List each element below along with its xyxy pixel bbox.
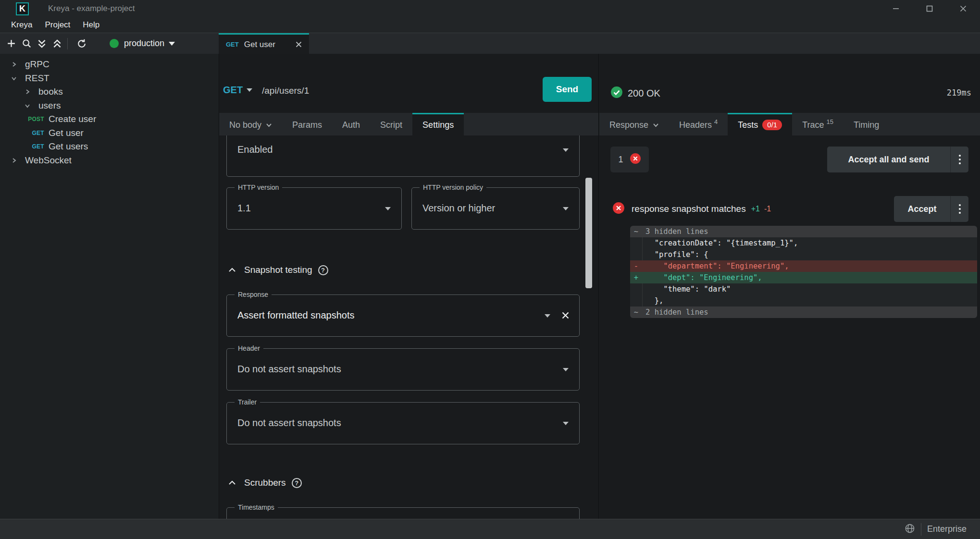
- search-icon[interactable]: [21, 38, 32, 49]
- timestamps-field[interactable]: Timestamps: [226, 507, 580, 519]
- diff-code-text: },: [643, 295, 663, 306]
- kebab-menu-icon[interactable]: [950, 147, 968, 172]
- maximize-icon[interactable]: [913, 0, 946, 17]
- tree-item-get-user[interactable]: GETGet user: [0, 126, 219, 140]
- diff-code-text: "profile": {: [643, 249, 708, 260]
- fail-x-icon: [630, 153, 641, 166]
- tab-label: No body: [229, 120, 261, 130]
- collapse-all-icon[interactable]: [36, 38, 48, 49]
- header-snapshot-field[interactable]: Header Do not assert snapshots: [226, 348, 580, 391]
- clear-icon[interactable]: [561, 311, 570, 319]
- diff-line-context: "creationDate": "{timestamp_1}",: [630, 237, 977, 249]
- minimize-icon[interactable]: [879, 0, 913, 17]
- test-result-row[interactable]: response snapshot matches +1 -1: [612, 196, 771, 222]
- expand-all-icon[interactable]: [51, 38, 63, 49]
- tab-auth[interactable]: Auth: [332, 113, 370, 135]
- tests-panel: 1 Accept all and send response snapshot …: [599, 135, 980, 519]
- success-check-icon: [610, 86, 623, 100]
- close-window-icon[interactable]: [946, 0, 980, 17]
- tree-item-users[interactable]: users: [0, 99, 219, 113]
- header-snapshot-label: Header: [235, 344, 263, 352]
- tab-params[interactable]: Params: [282, 113, 332, 135]
- tab-label: Auth: [342, 120, 360, 130]
- diff-line-hidden[interactable]: ~2 hidden lines: [630, 306, 977, 318]
- http-version-policy-field[interactable]: HTTP version policy Version or higher: [411, 187, 580, 230]
- environment-selector[interactable]: production: [110, 38, 175, 49]
- url-input[interactable]: /api/users/1: [262, 86, 309, 96]
- help-icon[interactable]: ?: [318, 265, 328, 275]
- settings-scrollbar[interactable]: [585, 178, 592, 288]
- chevron-up-icon[interactable]: [228, 268, 236, 272]
- chevron-down-icon: [563, 422, 569, 425]
- chevron-right-icon[interactable]: [24, 88, 31, 95]
- chevron-down-icon: [653, 123, 659, 127]
- tree-item-websocket[interactable]: WebSocket: [0, 154, 219, 168]
- tab-headers[interactable]: Headers4: [669, 113, 728, 135]
- tab-label: Timing: [854, 120, 879, 130]
- diff-gutter: -: [630, 260, 643, 272]
- tab-label: Script: [380, 120, 402, 130]
- tree-item-grpc[interactable]: gRPC: [0, 58, 219, 72]
- tab-response[interactable]: Response: [599, 113, 669, 135]
- chevron-right-icon[interactable]: [11, 61, 17, 68]
- request-panel: GET /api/users/1 Send No bodyParamsAuthS…: [219, 54, 599, 519]
- tree-item-label: Get user: [49, 128, 84, 138]
- chevron-down-icon[interactable]: [11, 75, 17, 82]
- sidebar: gRPCRESTbooksusersPOSTCreate userGETGet …: [0, 54, 219, 519]
- tab-trace[interactable]: Trace15: [792, 113, 844, 135]
- tab-label: Params: [292, 120, 322, 130]
- diff-code-text: "theme": "dark": [643, 283, 731, 295]
- response-subtabs: ResponseHeaders4Tests0/1Trace15Timing: [599, 113, 980, 135]
- tab-settings[interactable]: Settings: [412, 113, 464, 135]
- http-version-policy-label: HTTP version policy: [420, 184, 486, 191]
- test-group-card[interactable]: 1: [610, 147, 649, 172]
- tab-get-user[interactable]: GET Get user: [219, 33, 309, 54]
- tab-timing[interactable]: Timing: [844, 113, 889, 135]
- chevron-up-icon[interactable]: [228, 480, 236, 485]
- diff-code-text: 3 hidden lines: [643, 226, 708, 237]
- tree-item-books[interactable]: books: [0, 85, 219, 99]
- accept-all-and-send-button[interactable]: Accept all and send: [827, 147, 968, 172]
- help-icon[interactable]: ?: [292, 478, 302, 488]
- tab-script[interactable]: Script: [370, 113, 412, 135]
- enabled-field[interactable]: Enabled: [226, 135, 580, 177]
- response-snapshot-field[interactable]: Response Assert formatted snapshots: [226, 294, 580, 337]
- accept-button[interactable]: Accept: [894, 196, 968, 222]
- diff-line-context: "theme": "dark": [630, 283, 977, 295]
- diff-line-hidden[interactable]: ~3 hidden lines: [630, 226, 977, 237]
- tree-item-label: books: [38, 86, 63, 97]
- chevron-down-icon: [169, 42, 175, 46]
- environment-name: production: [124, 38, 164, 49]
- kebab-menu-icon[interactable]: [950, 196, 968, 222]
- response-snapshot-label: Response: [235, 291, 272, 298]
- diff-gutter: [630, 249, 643, 260]
- menu-help[interactable]: Help: [76, 20, 106, 30]
- tree-item-label: REST: [25, 73, 50, 84]
- refresh-icon[interactable]: [76, 38, 87, 49]
- tab-tests[interactable]: Tests0/1: [728, 113, 792, 135]
- add-icon[interactable]: [5, 38, 17, 49]
- tab-close-icon[interactable]: [296, 41, 302, 48]
- tree-item-rest[interactable]: REST: [0, 72, 219, 86]
- chevron-down-icon: [563, 207, 569, 210]
- trailer-snapshot-field[interactable]: Trailer Do not assert snapshots: [226, 402, 580, 444]
- menu-project[interactable]: Project: [38, 20, 76, 30]
- tree-item-get-users[interactable]: GETGet users: [0, 140, 219, 154]
- menu-kreya[interactable]: Kreya: [5, 20, 38, 30]
- fail-x-icon: [612, 202, 625, 216]
- http-version-row: HTTP version 1.1 HTTP version policy Ver…: [226, 187, 580, 230]
- http-version-field[interactable]: HTTP version 1.1: [226, 187, 402, 230]
- status-code-text: 200 OK: [628, 88, 660, 99]
- diff-code-text: "department": "Engineering",: [643, 260, 789, 272]
- response-status: 200 OK: [610, 86, 660, 100]
- tab-no-body[interactable]: No body: [219, 113, 282, 135]
- chevron-down-icon: [545, 314, 550, 318]
- tree-item-label: users: [38, 100, 61, 111]
- method-select[interactable]: GET: [223, 85, 252, 96]
- window-title: Kreya - example-project: [48, 4, 135, 13]
- edition-label[interactable]: Enterprise: [927, 524, 967, 534]
- chevron-right-icon[interactable]: [11, 157, 17, 164]
- chevron-down-icon[interactable]: [24, 102, 31, 109]
- send-button[interactable]: Send: [543, 77, 592, 102]
- tree-item-create-user[interactable]: POSTCreate user: [0, 112, 219, 126]
